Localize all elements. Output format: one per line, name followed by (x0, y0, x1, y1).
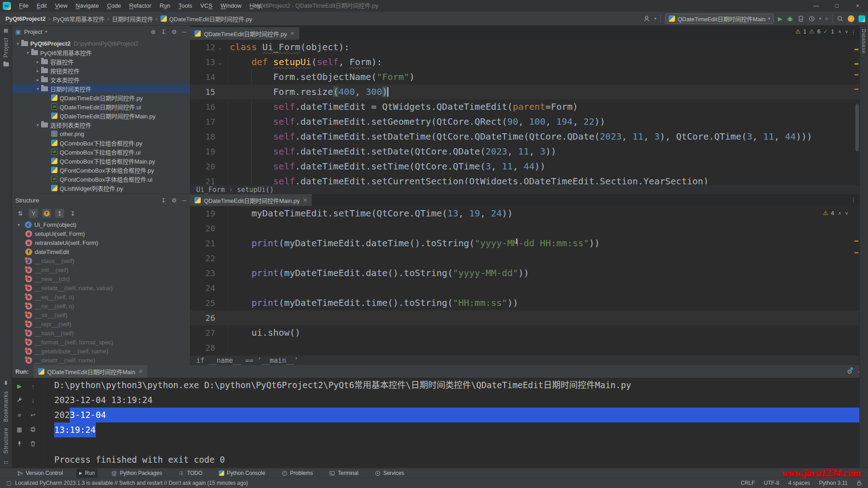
modify-run-config-icon[interactable] (14, 396, 24, 405)
tab-qdatetimeedit-py[interactable]: QDateTimeEdit日期时间控件.py ✕ (190, 27, 299, 40)
structure-panel-title[interactable]: Structure (15, 197, 39, 204)
rerun-button[interactable]: ▶ (14, 381, 24, 390)
up-stack-icon[interactable]: ↑ (28, 381, 38, 390)
code-line[interactable]: 16 self.dateTimeEdit = QtWidgets.QDateTi… (190, 99, 860, 114)
structure-item[interactable]: fdateTimeEdit (12, 247, 190, 256)
change-stripe-mark[interactable] (854, 252, 859, 253)
code-line[interactable]: 21 print(myDateTimeEdit.dateTime().toStr… (190, 236, 860, 251)
next-issue-icon[interactable]: ˅ (845, 29, 848, 34)
stop-button[interactable]: ■ (825, 16, 828, 21)
run-button[interactable]: ▶ (778, 15, 783, 22)
tree-item[interactable]: QComboBox下拉组合框控件.py (12, 138, 190, 147)
show-inherited-icon[interactable]: Y (29, 209, 38, 218)
close-icon[interactable]: ✕ (303, 197, 307, 203)
collapse-all-icon[interactable]: ↧ (68, 209, 77, 218)
structure-item[interactable]: m__ne__(self, o) (12, 301, 190, 310)
code-line[interactable]: 13⌄ def setupUi(self, Form): (190, 55, 860, 70)
close-icon[interactable]: ✕ (290, 30, 295, 37)
tree-item[interactable]: QDateTimeEdit日期时间控件Main.py (12, 111, 190, 120)
code-line[interactable]: 25 print(myDateTimeEdit.time().toString(… (190, 296, 860, 310)
tool-window-button-todo[interactable]: TODO (175, 469, 205, 478)
menu-item-code[interactable]: Code (103, 0, 125, 12)
tree-item[interactable]: UIQDateTimeEdit日期时间控件.ui (12, 102, 190, 111)
hide-panel-icon[interactable]: ─ (182, 28, 186, 35)
tool-windows-icon[interactable]: ▦ (4, 28, 8, 33)
breadcrumb-file[interactable]: QDateTimeEdit日期时间控件.py (160, 14, 252, 23)
chevron-right-icon[interactable]: ▸ (34, 59, 41, 64)
tree-item[interactable]: ▾PyQt6常用基本控件 (12, 48, 190, 57)
change-stripe-mark[interactable] (854, 240, 859, 242)
tree-item[interactable]: UIQFontComboBox字体组合框控件.ui (12, 174, 190, 183)
fold-icon[interactable]: ⌄ (218, 55, 222, 70)
run-tab[interactable]: QDateTimeEdit日期时间控件Main ✕ (33, 365, 148, 378)
hide-panel-icon[interactable]: ─ (182, 197, 186, 204)
breadcrumb-item[interactable]: 日期时间类控件 (112, 14, 153, 23)
code-line[interactable]: 26 (190, 310, 860, 325)
menu-item-run[interactable]: Run (156, 0, 175, 12)
prev-issue-icon[interactable]: ˄ (838, 211, 841, 216)
inspections-widget-bottom[interactable]: ⚠4 ˄ ˅ (823, 210, 848, 216)
minimize-button[interactable]: — (806, 0, 826, 12)
tree-item[interactable]: ▸文本类控件 (12, 75, 190, 84)
chevron-right-icon[interactable]: ▸ (34, 77, 41, 82)
expand-all-icon[interactable]: ↥ (55, 209, 64, 218)
menu-item-edit[interactable]: Edit (33, 0, 51, 12)
collapse-all-icon[interactable]: ↧ (161, 28, 166, 35)
tree-item[interactable]: ▾PyQt6Project2D:\python\PyQt6Project2 (12, 39, 190, 48)
tool-window-button-terminal[interactable]: Terminal (326, 469, 361, 478)
user-icon[interactable] (643, 15, 650, 22)
editor-options-icon[interactable]: ⋮ (850, 29, 856, 36)
tree-item[interactable]: ▾日期时间类控件 (12, 84, 190, 93)
tool-window-button-python-packages[interactable]: Python Packages (108, 469, 165, 478)
structure-item[interactable]: m__new__(cls) (12, 274, 190, 283)
menu-item-window[interactable]: Window (217, 0, 245, 12)
change-stripe-mark[interactable] (854, 89, 859, 90)
code-line[interactable]: 18 self.dateTimeEdit.setDateTime(QtCore.… (190, 129, 860, 144)
chevron-right-icon[interactable]: ▸ (34, 68, 41, 73)
ide-events-icon[interactable] (859, 15, 865, 22)
locate-file-icon[interactable]: ⊕ (151, 28, 156, 35)
run-settings-icon[interactable]: ⚙ (847, 368, 852, 375)
breadcrumb-method[interactable]: setupUi() (237, 186, 274, 194)
tree-item[interactable]: UIQComboBox下拉组合框控件.ui (12, 147, 190, 156)
structure-item[interactable]: p__class__(self) (12, 256, 190, 265)
menu-item-tools[interactable]: Tools (175, 0, 196, 12)
show-fields-icon[interactable]: f (42, 209, 51, 218)
code-line[interactable]: 14 Form.setObjectName("Form") (190, 70, 860, 84)
notification-icon[interactable]: ▢ (6, 480, 11, 486)
code-editor-top[interactable]: 12⌄class Ui_Form(object):13⌄ def setupUi… (190, 40, 860, 184)
structure-item[interactable]: m__delattr__(self, name) (12, 356, 190, 365)
tool-window-button-problems[interactable]: Problems (279, 469, 316, 478)
code-line[interactable]: 23 print(myDateTimeEdit.date().toString(… (190, 266, 860, 281)
structure-icon[interactable]: ⚏ (4, 459, 8, 465)
warning-stripe-mark[interactable] (854, 49, 859, 50)
editor-options-icon[interactable]: ⋮ (850, 197, 856, 203)
close-button[interactable]: × (847, 0, 868, 12)
tree-item[interactable]: ▸按钮类控件 (12, 66, 190, 75)
menu-item-navigate[interactable]: Navigate (71, 0, 103, 12)
inspections-widget-top[interactable]: ⚠1 ⚠6 ✓1 ˄ ˅ (795, 28, 848, 35)
structure-item[interactable]: m__eq__(self, o) (12, 292, 190, 301)
console-output[interactable]: D:\python\python3\python.exe D:\python\P… (42, 378, 868, 468)
tree-item[interactable]: ▸容器控件 (12, 57, 190, 66)
change-stripe-mark[interactable] (854, 74, 859, 75)
bookmark-icon[interactable]: ▮ (5, 380, 7, 385)
tab-qdatetimeedit-main-py[interactable]: QDateTimeEdit日期时间控件Main.py ✕ (190, 194, 312, 206)
code-line[interactable]: 19 myDateTimeEdit.setTime(QtCore.QTime(1… (190, 206, 860, 221)
close-icon[interactable]: ✕ (138, 368, 143, 375)
chevron-down-icon[interactable]: ▾ (45, 29, 47, 34)
menu-item-vcs[interactable]: VCS (196, 0, 217, 12)
debug-button[interactable] (787, 15, 793, 22)
status-widget[interactable]: UTF-8 (764, 480, 779, 486)
maximize-button[interactable]: □ (826, 0, 847, 12)
structure-item[interactable]: m__init__(self) (12, 265, 190, 274)
status-widget[interactable]: Python 3.11 (819, 480, 848, 486)
pin-icon[interactable] (14, 439, 24, 448)
run-config-select[interactable]: QDateTimeEdit日期时间控件Main ▾ (665, 14, 774, 24)
update-available-icon[interactable]: ↑ (848, 15, 854, 22)
structure-item[interactable]: m__format__(self, format_spec) (12, 338, 190, 347)
code-line[interactable]: 19 self.dateTimeEdit.setDate(QtCore.QDat… (190, 144, 860, 159)
lock-icon[interactable] (857, 480, 862, 486)
stop-button[interactable]: ■ (14, 410, 24, 419)
code-line[interactable]: 21 self.dateTimeEdit.setCurrentSection(Q… (190, 174, 860, 184)
